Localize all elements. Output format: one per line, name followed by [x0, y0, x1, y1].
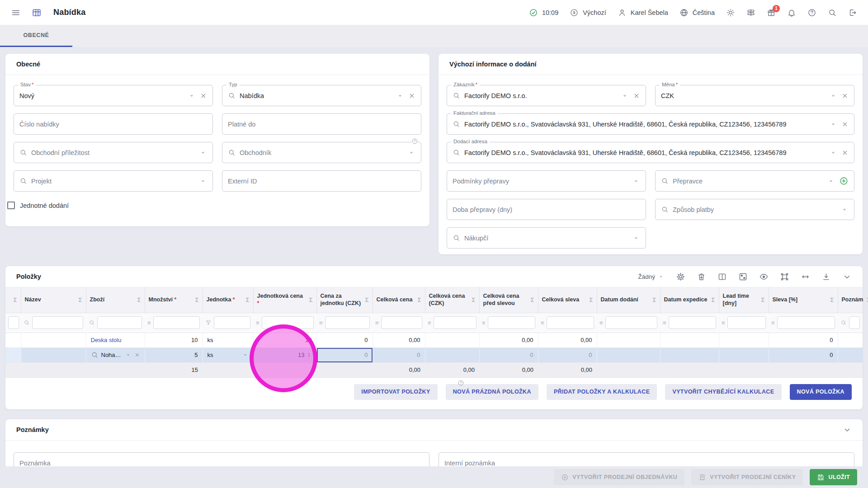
- dodaci-adresa-field[interactable]: Dodací adresa Factorify DEMO s.r.o., Sva…: [447, 142, 854, 163]
- table-row[interactable]: Noha s…5ks1300000: [5, 347, 863, 362]
- cell-poznamka[interactable]: [838, 347, 863, 362]
- logout-icon[interactable]: [848, 8, 857, 17]
- jednotne-dodani-checkbox[interactable]: [7, 202, 15, 209]
- filter-mnozstvi-input[interactable]: [153, 316, 200, 329]
- cislo-nabidky-field[interactable]: Číslo nabídky: [14, 113, 213, 135]
- clear-icon[interactable]: [408, 92, 415, 99]
- cell-cena_za_jednotku_czk[interactable]: 0: [316, 333, 373, 347]
- filter-nazev-input[interactable]: [32, 316, 83, 329]
- cell-jednotkova_cena[interactable]: 13: [253, 347, 316, 362]
- sum-icon[interactable]: Σ: [711, 296, 715, 303]
- module-table-icon[interactable]: [32, 8, 42, 18]
- sum-icon[interactable]: Σ: [195, 296, 198, 303]
- sum-icon[interactable]: Σ: [761, 296, 764, 303]
- environment-label[interactable]: Výchozí: [583, 9, 606, 16]
- sum-icon[interactable]: Σ: [245, 296, 249, 303]
- sum-icon[interactable]: Σ: [652, 296, 656, 303]
- sum-icon[interactable]: Σ: [309, 296, 312, 303]
- clear-icon[interactable]: [841, 121, 849, 128]
- tab-obecne[interactable]: OBECNÉ: [0, 25, 72, 47]
- zbozi-editor[interactable]: Noha s…: [91, 351, 140, 359]
- search-icon[interactable]: [828, 8, 837, 17]
- sum-icon[interactable]: Σ: [589, 296, 593, 303]
- sum-icon[interactable]: Σ: [137, 296, 141, 303]
- column-header-datum_expedice[interactable]: Datum expediceΣ: [660, 287, 719, 313]
- cell-mnozstvi[interactable]: 5: [145, 347, 203, 362]
- column-header-jednotkova_cena[interactable]: Jednotková cena *Σ: [253, 287, 316, 313]
- table-row[interactable]: Deska stolu10ks1200,000,000,000: [5, 333, 863, 347]
- resize-columns-icon[interactable]: [801, 272, 810, 282]
- column-header-sleva_pct[interactable]: Sleva [%]Σ: [769, 287, 838, 313]
- hamburger-menu-icon[interactable]: [11, 8, 21, 18]
- field-help-icon[interactable]: [411, 138, 418, 145]
- vytvorit-prodejni-ceniky-button[interactable]: VYTVOŘIT PRODEJNÍ CENÍKY: [691, 469, 803, 485]
- cell-datum_expedice[interactable]: [660, 347, 719, 362]
- filter-celkova_cena_czk-input[interactable]: [434, 316, 476, 329]
- filter-select-input[interactable]: [8, 316, 19, 329]
- filter-lead_time-input[interactable]: [727, 316, 766, 329]
- zpusob-platby-field[interactable]: Způsob platby: [655, 199, 854, 220]
- collapse-chevron-icon[interactable]: [842, 272, 852, 282]
- split-columns-icon[interactable]: [717, 272, 727, 282]
- help-icon[interactable]: [807, 8, 816, 17]
- podminky-prepravy-field[interactable]: Podmínky přepravy: [447, 170, 646, 192]
- chevron-down-icon[interactable]: [407, 149, 415, 157]
- column-header-cena_za_jednotku_czk[interactable]: Cena za jednotku (CZK)Σ: [316, 287, 373, 313]
- vytvorit-prodejni-objednavku-button[interactable]: VYTVOŘIT PRODEJNÍ OBJEDNÁVKU: [554, 469, 684, 485]
- theme-sun-icon[interactable]: [726, 8, 735, 17]
- filter-jednotka-input[interactable]: [214, 316, 250, 329]
- doba-prepravy-field[interactable]: Doba přepravy (dny): [447, 199, 646, 220]
- add-circle-icon[interactable]: [839, 176, 849, 186]
- cell-nazev[interactable]: [21, 333, 86, 347]
- layout-icon[interactable]: [738, 272, 748, 282]
- cell-celkova_cena_czk[interactable]: [425, 347, 479, 362]
- fakturacni-adresa-field[interactable]: Fakturační adresa Factorify DEMO s.r.o.,…: [447, 113, 854, 135]
- column-header-pred_slevou[interactable]: Celková cena před slevouΣ: [479, 287, 538, 313]
- cell-cena_za_jednotku_czk[interactable]: 0: [316, 347, 373, 362]
- filter-cena_za_jednotku_czk-input[interactable]: [325, 316, 370, 329]
- ulozit-button[interactable]: ULOŽIT: [810, 469, 857, 485]
- select-column-header[interactable]: Σ: [5, 287, 21, 313]
- language-menu[interactable]: Čeština: [679, 8, 715, 17]
- jednotkova-cena-editor[interactable]: 13: [258, 352, 312, 358]
- cell-jednotka[interactable]: ks: [203, 333, 253, 347]
- chevron-down-icon[interactable]: [829, 149, 837, 157]
- column-header-celkova_sleva[interactable]: Celková slevaΣ: [538, 287, 597, 313]
- nova-polozka-button[interactable]: NOVÁ POLOŽKA: [790, 384, 852, 400]
- filter-datum_dodani-input[interactable]: [605, 316, 657, 329]
- projekt-field[interactable]: Projekt: [14, 170, 213, 192]
- filter-pred_slevou-input[interactable]: [488, 316, 535, 329]
- column-header-nazev[interactable]: NázevΣ: [21, 287, 86, 313]
- cell-jednotka[interactable]: ks: [203, 347, 253, 362]
- sum-icon[interactable]: Σ: [13, 296, 17, 303]
- column-header-mnozstvi[interactable]: Množství *Σ: [145, 287, 203, 313]
- jednotka-editor[interactable]: ks: [208, 352, 249, 358]
- cell-poznamka[interactable]: [838, 333, 863, 347]
- cell-pred_slevou[interactable]: 0,00: [479, 333, 538, 347]
- cell-zbozi[interactable]: Deska stolu: [86, 333, 145, 347]
- externi-id-field[interactable]: Externí ID: [222, 170, 421, 192]
- sum-icon[interactable]: Σ: [530, 296, 534, 303]
- gift-icon[interactable]: 1: [767, 8, 776, 17]
- chevron-down-icon[interactable]: [840, 206, 849, 214]
- obchodni-prilezitost-field[interactable]: Obchodní příležitost: [14, 142, 213, 163]
- column-header-datum_dodani[interactable]: Datum dodáníΣ: [597, 287, 660, 313]
- filter-poznamka-input[interactable]: [849, 316, 860, 329]
- cell-zbozi[interactable]: Noha s…: [86, 347, 145, 362]
- filter-zbozi-input[interactable]: [97, 316, 142, 329]
- chevron-down-icon[interactable]: [188, 92, 196, 100]
- item-link[interactable]: Deska stolu: [91, 337, 122, 343]
- sum-icon[interactable]: Σ: [417, 296, 421, 303]
- chevron-down-icon[interactable]: [199, 177, 207, 185]
- cell-sleva_pct[interactable]: 0: [769, 347, 838, 362]
- filter-sleva_pct-input[interactable]: [777, 316, 835, 329]
- clear-icon[interactable]: [841, 149, 849, 156]
- chevron-down-icon[interactable]: [829, 120, 837, 128]
- cell-pred_slevou[interactable]: 0: [479, 347, 538, 362]
- chevron-down-icon[interactable]: [829, 92, 837, 100]
- cell-lead_time[interactable]: [719, 333, 769, 347]
- chevron-down-icon[interactable]: [621, 92, 629, 100]
- column-header-poznamka[interactable]: PoznámΣ: [838, 287, 863, 313]
- clear-icon[interactable]: [633, 92, 640, 99]
- mena-field[interactable]: Měna* CZK: [655, 85, 854, 106]
